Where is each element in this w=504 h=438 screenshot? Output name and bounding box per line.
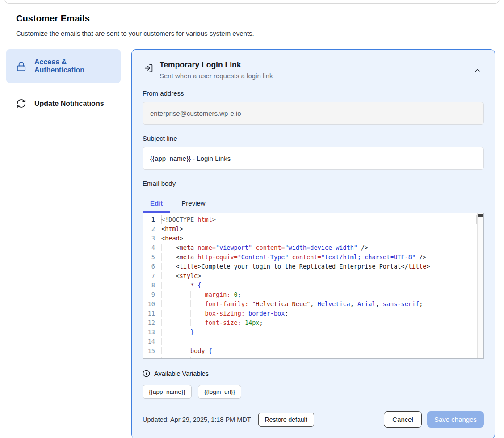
subject-line-input[interactable] [143, 147, 484, 170]
cancel-button[interactable]: Cancel [384, 411, 422, 428]
page-title: Customer Emails [16, 13, 488, 24]
editor-scrollbar-thumb[interactable] [478, 214, 483, 217]
sidebar-item-access-authentication[interactable]: Access & Authentication [6, 49, 121, 83]
line-number: 15 [143, 346, 161, 356]
save-changes-button[interactable]: Save changes [427, 411, 484, 428]
email-body-label: Email body [143, 180, 484, 187]
code-line[interactable]: 16 background-color: #f9f9f9; [143, 356, 477, 359]
lock-icon [16, 61, 26, 72]
tab-edit[interactable]: Edit [143, 194, 170, 213]
email-types-sidebar: Access & Authentication Update Notificat… [6, 49, 121, 115]
line-number: 3 [143, 234, 161, 243]
line-number: 10 [143, 299, 161, 309]
from-address-label: From address [143, 89, 484, 97]
line-number: 7 [143, 271, 161, 281]
line-number: 4 [143, 243, 161, 253]
refresh-icon [16, 98, 26, 109]
from-address-input[interactable] [143, 102, 484, 125]
code-line[interactable]: 11 box-sizing: border-box; [143, 309, 477, 318]
line-number: 9 [143, 290, 161, 299]
sidebar-item-label: Access & Authentication [34, 58, 113, 74]
code-line[interactable]: 14 [143, 337, 477, 346]
code-line[interactable]: 10 font-family: "Helvetica Neue", Helvet… [143, 299, 477, 309]
collapse-section-button[interactable] [471, 64, 484, 77]
page-header: Customer Emails Customize the emails tha… [0, 0, 504, 37]
code-line[interactable]: 8 * { [143, 281, 477, 290]
line-number: 13 [143, 328, 161, 337]
editor-scrollbar[interactable] [477, 213, 483, 358]
restore-default-button[interactable]: Restore default [258, 413, 314, 427]
email-body-tabs: Edit Preview [143, 194, 484, 213]
code-line[interactable]: 4 <meta name="viewport" content="width=d… [143, 243, 477, 253]
variable-chip-login-url[interactable]: {{login_url}} [198, 385, 241, 399]
code-editor[interactable]: 1<!DOCTYPE html>2<html>3<head>4 <meta na… [143, 213, 484, 359]
section-subtitle: Sent when a user requests a login link [160, 72, 471, 80]
code-line[interactable]: 15 body { [143, 346, 477, 356]
line-number: 2 [143, 224, 161, 234]
line-number: 16 [143, 356, 161, 359]
line-number: 8 [143, 281, 161, 290]
tab-preview[interactable]: Preview [174, 194, 213, 213]
available-variables-label: Available Variables [154, 370, 209, 377]
customer-emails-page: Customer Emails Customize the emails tha… [0, 0, 504, 438]
line-number: 6 [143, 262, 161, 271]
updated-timestamp: Updated: Apr 29, 2025, 1:18 PM MDT [143, 416, 251, 423]
line-number: 14 [143, 337, 161, 346]
previous-card-edge [4, 0, 500, 4]
sidebar-item-update-notifications[interactable]: Update Notifications [6, 92, 121, 115]
code-line[interactable]: 6 <title>Complete your login to the Repl… [143, 262, 477, 271]
log-in-icon [144, 63, 153, 73]
code-line[interactable]: 1<!DOCTYPE html> [143, 215, 477, 224]
panel-header: Temporary Login Link Sent when a user re… [143, 60, 484, 80]
subject-line-label: Subject line [143, 135, 484, 142]
code-lines: 1<!DOCTYPE html>2<html>3<head>4 <meta na… [143, 215, 477, 359]
code-line[interactable]: 2<html> [143, 224, 477, 234]
code-line[interactable]: 13 } [143, 328, 477, 337]
temporary-login-link-panel: Temporary Login Link Sent when a user re… [131, 49, 495, 438]
chevron-up-icon [474, 67, 481, 74]
line-number: 11 [143, 309, 161, 318]
section-title: Temporary Login Link [160, 60, 471, 70]
sidebar-item-label: Update Notifications [34, 100, 104, 108]
panel-footer: Updated: Apr 29, 2025, 1:18 PM MDT Resto… [143, 411, 484, 428]
page-subtitle: Customize the emails that are sent to yo… [16, 29, 488, 37]
available-variables-section: Available Variables {{app_name}} {{login… [143, 370, 484, 399]
line-number: 12 [143, 318, 161, 328]
code-line[interactable]: 5 <meta http-equiv="Content-Type" conten… [143, 253, 477, 262]
code-line[interactable]: 3<head> [143, 234, 477, 243]
variable-chip-app-name[interactable]: {{app_name}} [143, 385, 192, 399]
line-number: 5 [143, 253, 161, 262]
line-number: 1 [143, 215, 161, 224]
code-line[interactable]: 7 <style> [143, 271, 477, 281]
info-icon [143, 370, 150, 377]
code-line[interactable]: 12 font-size: 14px; [143, 318, 477, 328]
code-line[interactable]: 9 margin: 0; [143, 290, 477, 299]
